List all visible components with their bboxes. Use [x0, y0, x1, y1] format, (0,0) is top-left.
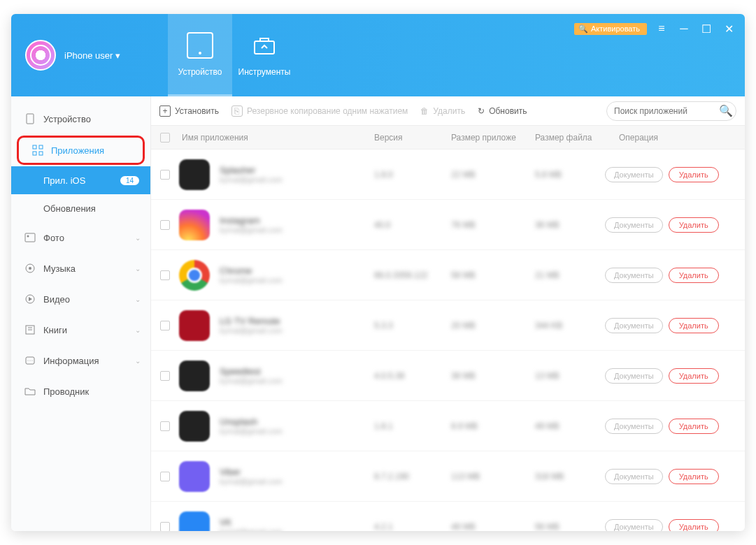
row-file-size: 36 MB [535, 220, 605, 230]
row-delete-button[interactable]: Удалить [669, 217, 719, 233]
select-all-checkbox[interactable] [160, 133, 170, 143]
col-file-size[interactable]: Размер файла [535, 133, 605, 143]
refresh-icon: ↻ [478, 106, 485, 116]
sidebar-item-device[interactable]: Устройство [11, 103, 150, 134]
menu-icon[interactable]: ≡ [654, 21, 669, 36]
close-button[interactable]: ✕ [721, 21, 736, 36]
row-checkbox[interactable] [160, 472, 170, 481]
row-version: 8.7.2.190 [374, 472, 451, 481]
row-app-name: VK [220, 517, 283, 528]
install-button[interactable]: + Установить [159, 106, 219, 117]
table-row[interactable]: LG TV Remote kymal@gmail.com 5.3.3 20 MB… [151, 300, 745, 351]
row-app-size: 20 MB [451, 321, 535, 330]
row-checkbox[interactable] [160, 371, 170, 381]
row-checkbox[interactable] [160, 321, 170, 330]
backup-button[interactable]: ⎘ Резервное копирование одним нажатием [231, 106, 408, 117]
sidebar-item-music[interactable]: Музыка ⌄ [11, 253, 150, 284]
row-delete-button[interactable]: Удалить [669, 167, 719, 182]
col-version[interactable]: Версия [374, 133, 451, 143]
app-icon [179, 159, 210, 190]
sidebar-item-info[interactable]: Информация ⌄ [11, 345, 150, 376]
sidebar-item-photo[interactable]: Фото ⌄ [11, 222, 150, 253]
user-dropdown[interactable]: iPhone user ▾ [64, 50, 120, 61]
install-label: Установить [175, 106, 219, 116]
row-version: 4.2.1 [374, 522, 451, 532]
documents-button[interactable]: Документы [605, 217, 663, 233]
documents-button[interactable]: Документы [605, 519, 663, 532]
documents-button[interactable]: Документы [605, 419, 663, 434]
col-name[interactable]: Имя приложения [179, 133, 374, 143]
search-box[interactable]: 🔍 [606, 101, 736, 121]
svg-rect-7 [39, 152, 43, 155]
svg-point-11 [29, 267, 31, 270]
row-version: 5.3.3 [374, 321, 451, 330]
table-row[interactable]: VK kymal@gmail.com 4.2.1 48 MB 56 MB Док… [151, 502, 745, 531]
table-row[interactable]: Splasher kymal@gmail.com 1.8.0 22 MB 5.8… [151, 150, 745, 200]
svg-rect-6 [33, 152, 36, 155]
documents-button[interactable]: Документы [605, 268, 663, 283]
documents-button[interactable]: Документы [605, 318, 663, 333]
row-delete-button[interactable]: Удалить [669, 419, 719, 434]
row-checkbox[interactable] [160, 421, 170, 431]
row-app-size: 113 MB [451, 472, 535, 481]
row-delete-button[interactable]: Удалить [669, 318, 719, 333]
app-icon [179, 511, 210, 532]
maximize-button[interactable]: ☐ [699, 21, 714, 36]
table-row[interactable]: Instagram kymal@gmail.com 40.0 76 MB 36 … [151, 200, 745, 250]
svg-rect-8 [25, 233, 35, 242]
sidebar-books-label: Книги [43, 325, 67, 335]
sidebar-sub-updates[interactable]: Обновления [11, 194, 150, 222]
sidebar: Устройство Приложения Прил. iOS 14 Обнов… [11, 96, 151, 531]
table-row[interactable]: Chrome kymal@gmail.com 66.0.3359.122 58 … [151, 250, 745, 300]
folder-icon [24, 385, 36, 398]
tab-tools[interactable]: Инструменты [232, 14, 297, 96]
sidebar-item-books[interactable]: Книги ⌄ [11, 314, 150, 345]
row-checkbox[interactable] [160, 220, 170, 230]
row-app-name: LG TV Remote [220, 316, 283, 326]
sidebar-item-video[interactable]: Видео ⌄ [11, 284, 150, 314]
row-version: 1.8.1 [374, 421, 451, 431]
refresh-button[interactable]: ↻ Обновить [478, 106, 527, 116]
search-input[interactable] [614, 106, 719, 116]
activate-button[interactable]: 🔍 Активировать [574, 23, 647, 35]
backup-icon: ⎘ [231, 106, 243, 117]
sidebar-device-label: Устройство [43, 114, 91, 124]
apps-icon [31, 144, 44, 157]
row-app-name: Viber [220, 467, 283, 477]
row-app-sub: kymal@gmail.com [220, 427, 283, 435]
documents-button[interactable]: Документы [605, 368, 663, 384]
main: + Установить ⎘ Резервное копирование одн… [151, 96, 745, 531]
documents-button[interactable]: Документы [605, 167, 663, 182]
header: iPhone user ▾ Устройство Инструменты 🔍 А… [11, 14, 745, 96]
sidebar-sub-ios[interactable]: Прил. iOS 14 [11, 166, 150, 194]
col-app-size[interactable]: Размер приложе [451, 133, 535, 143]
sidebar-item-apps[interactable]: Приложения [19, 138, 143, 163]
row-delete-button[interactable]: Удалить [669, 268, 719, 283]
row-delete-button[interactable]: Удалить [669, 519, 719, 532]
tablet-icon [187, 32, 213, 59]
row-file-size: 318 MB [535, 472, 605, 481]
table-row[interactable]: Unsplash kymal@gmail.com 1.8.1 8.9 MB 49… [151, 401, 745, 451]
row-app-size: 58 MB [451, 270, 535, 280]
documents-button[interactable]: Документы [605, 469, 663, 484]
row-delete-button[interactable]: Удалить [669, 368, 719, 384]
delete-button[interactable]: 🗑 Удалить [420, 106, 465, 116]
sidebar-apps-label: Приложения [51, 145, 104, 156]
row-delete-button[interactable]: Удалить [669, 469, 719, 484]
chevron-down-icon: ⌄ [135, 357, 141, 365]
table-row[interactable]: Viber kymal@gmail.com 8.7.2.190 113 MB 3… [151, 451, 745, 502]
row-app-sub: kymal@gmail.com [220, 477, 283, 486]
sidebar-music-label: Музыка [43, 263, 76, 274]
row-checkbox[interactable] [160, 522, 170, 532]
minimize-button[interactable]: ─ [676, 21, 692, 36]
row-app-size: 8.9 MB [451, 421, 535, 431]
row-app-sub: kymal@gmail.com [220, 377, 283, 385]
window-controls: 🔍 Активировать ≡ ─ ☐ ✕ [574, 21, 736, 36]
sidebar-item-explorer[interactable]: Проводник [11, 376, 150, 407]
row-app-sub: kymal@gmail.com [220, 528, 283, 531]
tab-device[interactable]: Устройство [168, 14, 232, 96]
table-row[interactable]: Speedtest kymal@gmail.com 4.0.5.38 38 MB… [151, 351, 745, 401]
row-app-sub: kymal@gmail.com [220, 326, 283, 335]
row-checkbox[interactable] [160, 270, 170, 280]
row-checkbox[interactable] [160, 170, 170, 180]
